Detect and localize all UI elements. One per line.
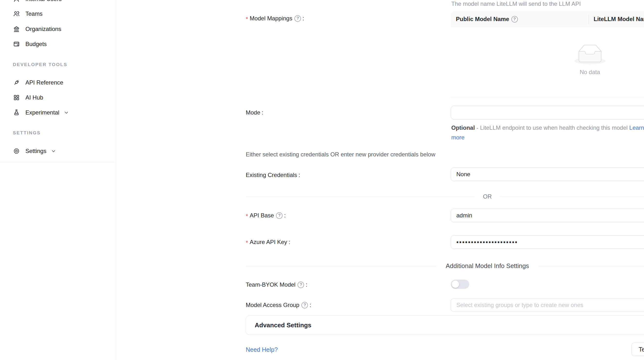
sidebar-item-api-reference[interactable]: API Reference: [0, 75, 116, 90]
sidebar-item-teams[interactable]: Teams: [0, 6, 116, 21]
sidebar-item-ai-hub[interactable]: AI Hub: [0, 90, 116, 105]
sidebar-item-organizations[interactable]: Organizations: [0, 22, 116, 36]
mode-help-text: Optional - LiteLLM endpoint to use when …: [451, 123, 644, 142]
azure-api-key-input[interactable]: •••••••••••••••••••••: [451, 235, 644, 249]
chevron-down-icon: [64, 110, 69, 115]
advanced-settings-panel[interactable]: Advanced Settings: [246, 316, 644, 335]
user-icon: [13, 0, 20, 3]
team-byok-label: Team-BYOK Model ? :: [246, 280, 307, 289]
sidebar-section-settings: SETTINGS: [13, 129, 41, 137]
column-header-litellm-model-name: LiteLLM Model Name ?: [588, 12, 644, 27]
test-connect-button[interactable]: Test Connect: [632, 342, 644, 356]
add-model-form: The model name LiteLLM will send to the …: [116, 0, 624, 360]
or-divider: OR: [246, 192, 644, 202]
sidebar: Internal Users Teams Organizations Budge…: [0, 0, 116, 360]
teams-icon: [13, 10, 20, 18]
help-circle-icon[interactable]: ?: [302, 302, 308, 308]
bank-icon: [13, 26, 20, 33]
sidebar-item-budgets[interactable]: Budgets: [0, 37, 116, 51]
toggle-knob: [452, 280, 459, 288]
credentials-note: Either select existing credentials OR en…: [246, 151, 435, 158]
masked-api-key: •••••••••••••••••••••: [456, 235, 518, 249]
sidebar-divider: [0, 162, 116, 162]
mode-select[interactable]: [451, 106, 644, 119]
empty-state-text: No data: [580, 69, 600, 76]
grid-icon: [13, 94, 20, 101]
chevron-down-icon: [51, 148, 56, 154]
team-byok-toggle[interactable]: [451, 280, 469, 289]
additional-model-info-divider: Additional Model Info Settings: [246, 261, 644, 271]
existing-credentials-label: Existing Credentials :: [246, 171, 300, 180]
flask-icon: [13, 109, 20, 116]
model-mappings-label: * Model Mappings ? :: [246, 14, 304, 23]
model-access-group-select[interactable]: Select existing groups or type to create…: [451, 298, 644, 312]
azure-api-key-label: * Azure API Key :: [246, 238, 290, 246]
sidebar-section-developer-tools: DEVELOPER TOOLS: [13, 60, 67, 69]
sidebar-item-settings[interactable]: Settings: [0, 144, 116, 158]
required-asterisk: *: [246, 240, 248, 246]
existing-credentials-select[interactable]: None: [451, 168, 644, 181]
wallet-icon: [13, 40, 20, 48]
help-circle-icon[interactable]: ?: [276, 212, 282, 219]
table-empty-state: No data: [451, 27, 644, 97]
model-access-group-placeholder: Select existing groups or type to create…: [456, 302, 583, 308]
sidebar-item-label: Teams: [26, 10, 42, 17]
sidebar-item-label: Internal Users: [26, 0, 62, 2]
api-base-value: admin: [456, 212, 472, 219]
existing-credentials-value: None: [456, 171, 470, 178]
table-header-row: Public Model Name ? LiteLLM Model Name ?: [451, 12, 644, 27]
sidebar-item-label: Experimental: [26, 109, 59, 116]
api-base-input[interactable]: admin: [451, 209, 644, 222]
advanced-settings-title: Advanced Settings: [255, 322, 644, 329]
plug-icon: [13, 79, 20, 86]
sidebar-item-label: Settings: [26, 148, 46, 154]
required-asterisk: *: [246, 16, 248, 22]
required-asterisk: *: [246, 213, 248, 220]
mode-label: Mode :: [246, 108, 264, 117]
sidebar-item-label: API Reference: [26, 79, 63, 86]
sidebar-item-label: AI Hub: [26, 94, 43, 101]
column-header-public-model-name: Public Model Name ?: [451, 12, 588, 27]
help-circle-icon[interactable]: ?: [298, 282, 304, 288]
sidebar-item-label: Budgets: [26, 41, 47, 48]
empty-inbox-icon: [574, 44, 606, 65]
help-circle-icon[interactable]: ?: [294, 15, 301, 22]
or-divider-text: OR: [483, 193, 492, 200]
additional-model-info-title: Additional Model Info Settings: [446, 262, 529, 270]
model-access-group-label: Model Access Group ? :: [246, 301, 311, 310]
sidebar-item-internal-users[interactable]: Internal Users: [0, 0, 116, 6]
gear-icon: [13, 148, 20, 155]
model-mappings-table: Public Model Name ? LiteLLM Model Name ?…: [451, 12, 644, 97]
sidebar-item-label: Organizations: [26, 26, 61, 32]
add-model-page: Internal Users Teams Organizations Budge…: [0, 0, 644, 360]
litellm-model-name-helper: The model name LiteLLM will send to the …: [451, 0, 581, 7]
help-circle-icon[interactable]: ?: [511, 16, 518, 22]
api-base-label: * API Base ? :: [246, 211, 286, 220]
sidebar-item-experimental[interactable]: Experimental: [0, 105, 116, 120]
need-help-link[interactable]: Need Help?: [246, 346, 278, 353]
